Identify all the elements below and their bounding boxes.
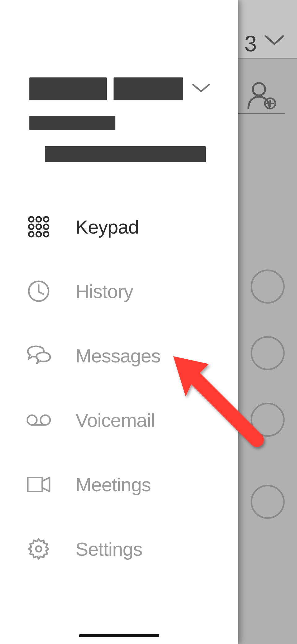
menu-item-label: History xyxy=(75,280,133,302)
svg-point-12 xyxy=(27,415,37,425)
menu-item-label: Settings xyxy=(75,538,142,560)
video-icon xyxy=(27,472,51,497)
svg-point-2 xyxy=(29,217,34,222)
redacted-text xyxy=(29,116,115,130)
svg-point-6 xyxy=(36,224,41,229)
menu-item-voicemail[interactable]: Voicemail xyxy=(0,388,238,452)
svg-point-0 xyxy=(253,83,265,95)
background-circle xyxy=(251,269,285,304)
account-header[interactable] xyxy=(29,77,220,162)
redacted-text xyxy=(45,146,206,162)
menu-item-messages[interactable]: Messages xyxy=(0,323,238,388)
svg-point-7 xyxy=(44,224,49,229)
menu-item-settings[interactable]: Settings xyxy=(0,517,238,581)
menu-item-keypad[interactable]: Keypad xyxy=(0,195,238,259)
home-indicator xyxy=(79,634,159,637)
menu-item-label: Messages xyxy=(75,345,161,367)
voicemail-icon xyxy=(27,408,51,432)
keypad-icon xyxy=(27,215,51,239)
svg-point-9 xyxy=(36,232,41,237)
svg-point-8 xyxy=(29,232,34,237)
svg-point-10 xyxy=(44,232,49,237)
svg-point-4 xyxy=(44,217,49,222)
redacted-text xyxy=(29,77,107,100)
background-header-text: 3 xyxy=(244,31,257,56)
chevron-down-icon xyxy=(264,34,285,48)
background-circle xyxy=(251,485,285,519)
drawer-menu: Keypad History Messages xyxy=(0,195,238,581)
chevron-down-icon[interactable] xyxy=(192,83,210,95)
redacted-text xyxy=(114,77,183,100)
navigation-drawer: Keypad History Messages xyxy=(0,0,238,644)
menu-item-meetings[interactable]: Meetings xyxy=(0,452,238,517)
messages-icon xyxy=(27,344,51,368)
svg-rect-14 xyxy=(28,478,42,492)
add-contact-icon xyxy=(246,81,277,113)
svg-point-5 xyxy=(29,224,34,229)
menu-item-label: Keypad xyxy=(75,216,139,238)
gear-icon xyxy=(27,537,51,561)
clock-icon xyxy=(27,279,51,303)
menu-item-label: Voicemail xyxy=(75,409,155,431)
background-circle xyxy=(251,336,285,370)
svg-point-3 xyxy=(36,217,41,222)
svg-point-15 xyxy=(36,546,41,552)
menu-item-label: Meetings xyxy=(75,474,151,496)
menu-item-history[interactable]: History xyxy=(0,259,238,323)
background-circle xyxy=(251,403,285,437)
svg-point-13 xyxy=(41,415,50,425)
